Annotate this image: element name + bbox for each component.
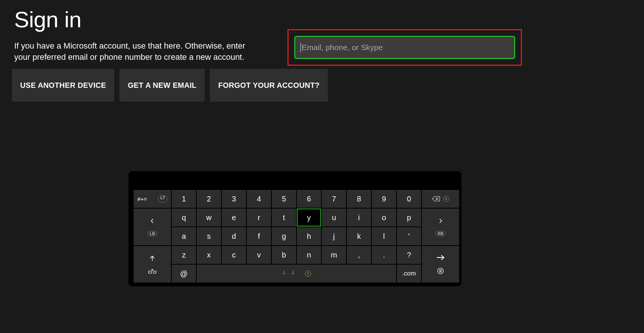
action-button-row: USE ANOTHER DEVICE GET A NEW EMAIL FORGO… <box>12 69 328 102</box>
key-n[interactable]: n <box>297 246 321 264</box>
key-e[interactable]: e <box>222 209 246 226</box>
key-m[interactable]: m <box>322 246 346 264</box>
key-7[interactable]: 7 <box>322 190 346 208</box>
key-period[interactable]: . <box>372 246 396 264</box>
key-o[interactable]: o <box>372 209 396 226</box>
forgot-account-button[interactable]: FORGOT YOUR ACCOUNT? <box>210 69 328 102</box>
email-input-container[interactable] <box>294 36 515 59</box>
rb-badge: RB <box>435 231 446 236</box>
keyboard-split-icon <box>148 269 156 274</box>
chevron-left-icon <box>149 218 156 224</box>
key-backspace[interactable]: X <box>422 190 459 208</box>
key-f[interactable]: f <box>247 227 271 245</box>
key-9[interactable]: 9 <box>372 190 396 208</box>
key-shift[interactable] <box>134 246 171 283</box>
lt-badge: LT <box>158 195 167 203</box>
key-apostrophe[interactable]: ' <box>397 227 421 245</box>
key-k[interactable]: k <box>347 227 371 245</box>
menu-circle-icon <box>437 268 444 274</box>
key-y[interactable]: y <box>297 209 321 226</box>
key-r[interactable]: r <box>247 209 271 226</box>
key-comma[interactable]: , <box>347 246 371 264</box>
key-2[interactable]: 2 <box>197 190 221 208</box>
svg-rect-4 <box>153 271 156 273</box>
page-description: If you have a Microsoft account, use tha… <box>14 40 261 62</box>
page-title: Sign in <box>14 7 81 33</box>
key-cursor-right[interactable]: RB <box>422 209 459 245</box>
key-w[interactable]: w <box>197 209 221 226</box>
key-0[interactable]: 0 <box>397 190 421 208</box>
shift-arrow-icon <box>149 255 156 262</box>
key-i[interactable]: i <box>347 209 371 226</box>
key-3[interactable]: 3 <box>222 190 246 208</box>
use-another-device-button[interactable]: USE ANOTHER DEVICE <box>12 69 114 102</box>
key-u[interactable]: u <box>322 209 346 226</box>
key-8[interactable]: 8 <box>347 190 371 208</box>
key-dotcom[interactable]: .com <box>397 265 421 283</box>
key-q[interactable]: q <box>172 209 196 226</box>
y-badge: Y <box>305 271 311 277</box>
key-a[interactable]: a <box>172 227 196 245</box>
key-enter[interactable] <box>422 246 459 283</box>
virtual-keyboard: #+= LT 1 2 3 4 5 6 7 8 9 0 X LB <box>128 171 461 286</box>
lb-badge: LB <box>147 231 158 236</box>
key-at[interactable]: @ <box>172 265 196 283</box>
key-c[interactable]: c <box>222 246 246 264</box>
key-6[interactable]: 6 <box>297 190 321 208</box>
key-4[interactable]: 4 <box>247 190 271 208</box>
key-1[interactable]: 1 <box>172 190 196 208</box>
key-space[interactable]: └┘ Y <box>197 265 396 283</box>
svg-rect-3 <box>149 271 152 273</box>
key-b[interactable]: b <box>272 246 296 264</box>
key-s[interactable]: s <box>197 227 221 245</box>
key-v[interactable]: v <box>247 246 271 264</box>
key-l[interactable]: l <box>372 227 396 245</box>
key-x[interactable]: x <box>197 246 221 264</box>
email-input[interactable] <box>302 43 509 52</box>
key-5[interactable]: 5 <box>272 190 296 208</box>
chevron-right-icon <box>437 218 444 224</box>
key-question[interactable]: ? <box>397 246 421 264</box>
key-g[interactable]: g <box>272 227 296 245</box>
key-t[interactable]: t <box>272 209 296 226</box>
key-symbols-label: #+= <box>137 196 147 202</box>
backspace-icon <box>432 196 440 201</box>
arrow-right-icon <box>436 254 445 261</box>
key-symbols[interactable]: #+= LT <box>134 190 171 208</box>
key-z[interactable]: z <box>172 246 196 264</box>
text-cursor <box>301 43 301 52</box>
get-new-email-button[interactable]: GET A NEW EMAIL <box>119 69 205 102</box>
key-p[interactable]: p <box>397 209 421 226</box>
key-h[interactable]: h <box>297 227 321 245</box>
email-input-highlight-frame <box>287 29 522 66</box>
key-d[interactable]: d <box>222 227 246 245</box>
key-cursor-left[interactable]: LB <box>134 209 171 245</box>
space-bracket-icon: └┘ <box>282 271 301 277</box>
key-j[interactable]: j <box>322 227 346 245</box>
x-badge: X <box>443 196 449 202</box>
